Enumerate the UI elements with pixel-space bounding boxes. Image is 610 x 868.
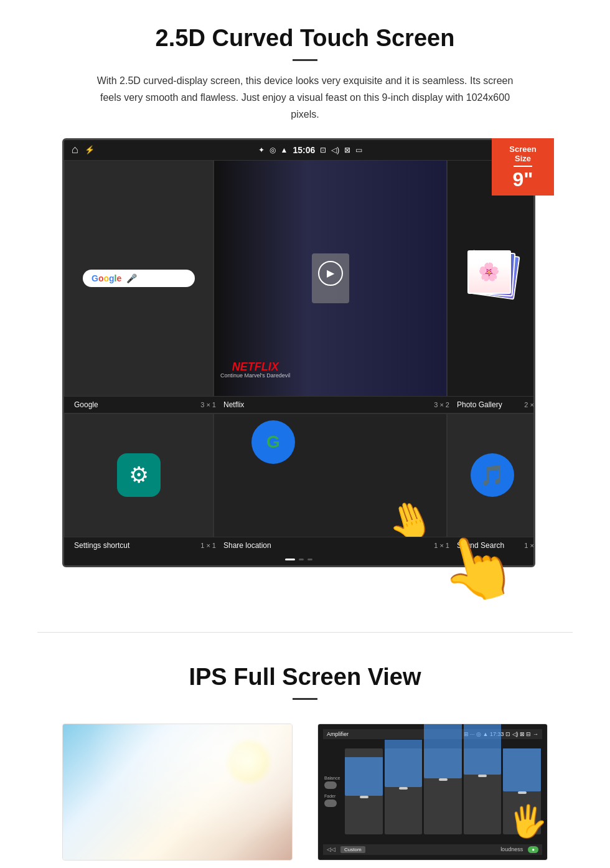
loudness-toggle[interactable]: ● — [528, 846, 538, 853]
sound-app-size: 1 × 1 — [524, 542, 535, 549]
google-label: Google 3 × 1 — [70, 400, 220, 409]
app-grid-row2: ⚙ G 🤚 🎵 — [64, 413, 533, 537]
google-app-name: Google — [74, 400, 98, 409]
app-labels-row1: Google 3 × 1 Netflix 3 × 2 Photo Gallery… — [64, 397, 533, 413]
settings-app-size: 1 × 1 — [200, 542, 216, 549]
amplifier-visual: Amplifier ⊞ ··· ◎ ▲ 17:33 ⊡ ◁) ⊠ ⊟ → Bal… — [318, 724, 547, 860]
settings-tile[interactable]: ⚙ — [64, 413, 214, 537]
settings-label: Settings shortcut 1 × 1 — [70, 541, 220, 550]
hand-gesture-icon: 🤚 — [381, 492, 440, 537]
netflix-tile[interactable]: ▶ NETFLIX Continue Marvel's Daredevil — [214, 160, 447, 397]
netflix-subtitle: Continue Marvel's Daredevil — [220, 372, 290, 379]
android-screen: ⌂ ⚡ ✦ ◎ ▲ 15:06 ⊡ ◁) ⊠ ▭ — [62, 138, 535, 567]
section-curved-touch: 2.5D Curved Touch Screen With 2.5D curve… — [0, 0, 610, 582]
status-bar-left: ⌂ ⚡ — [72, 143, 95, 156]
play-button[interactable]: ▶ — [318, 261, 343, 286]
google-logo: Google — [92, 273, 121, 283]
bluetooth-icon: ✦ — [258, 146, 265, 154]
usb-icon: ⚡ — [85, 145, 95, 154]
location-icon: ◎ — [270, 146, 276, 154]
photo-app-name: Photo Gallery — [457, 400, 502, 409]
photo-card-front: 🌸 — [467, 250, 511, 294]
app-grid-row1: Google 🎤 ▶ NETFLIX Continue — [64, 160, 533, 397]
share-location-label: Share location 1 × 1 — [220, 541, 453, 550]
amplifier-image: Amplifier ⊞ ··· ◎ ▲ 17:33 ⊡ ◁) ⊠ ⊟ → Bal… — [317, 724, 548, 861]
google-maps-icon: G — [251, 420, 295, 464]
amp-fader-label: Fader — [324, 794, 340, 798]
share-app-name: Share location — [223, 541, 271, 550]
x-icon: ⊠ — [344, 146, 350, 154]
device-wrapper: Screen Size 9" ⌂ ⚡ ✦ ◎ ▲ 15:06 ⊡ ◁) ⊠ — [62, 138, 548, 567]
volume-icon: ◁) — [331, 146, 339, 154]
section1-title: 2.5D Curved Touch Screen — [37, 25, 573, 52]
photo-stack: 🌸 — [464, 250, 520, 306]
amp-prev-icon: ◁◁ — [327, 846, 336, 852]
amp-footer: ◁◁ Custom loudness ● — [323, 844, 542, 855]
feature-sunlight: No light reflecting under 360° direct su… — [62, 724, 293, 868]
sunlight-image — [62, 724, 293, 861]
section-divider — [37, 632, 573, 633]
home-icon[interactable]: ⌂ — [72, 143, 78, 156]
amp-title: Amplifier — [327, 731, 349, 737]
status-bar: ⌂ ⚡ ✦ ◎ ▲ 15:06 ⊡ ◁) ⊠ ▭ — [64, 140, 533, 160]
maps-g-icon: G — [266, 432, 280, 452]
camera-icon: ⊡ — [320, 146, 326, 154]
feature-grid: No light reflecting under 360° direct su… — [37, 711, 573, 868]
music-note-icon: 🎵 — [480, 463, 505, 487]
loudness-label: loudness — [500, 846, 523, 852]
wifi-icon: ▲ — [281, 146, 288, 154]
photo-gallery-tile[interactable]: 🌸 — [447, 160, 535, 397]
gear-icon: ⚙ — [129, 462, 149, 488]
section2-title: IPS Full Screen View — [37, 664, 573, 691]
feature-amplifier: Amplifier ⊞ ··· ◎ ▲ 17:33 ⊡ ◁) ⊠ ⊟ → Bal… — [317, 724, 548, 868]
amp-balance-label: Balance — [324, 776, 340, 780]
music-icon-wrapper: 🎵 — [471, 453, 514, 497]
netflix-label-row: Netflix 3 × 2 — [220, 400, 453, 409]
amp-balance-control[interactable] — [324, 781, 337, 789]
screen-size-badge: Screen Size 9" — [492, 138, 554, 196]
netflix-label: NETFLIX Continue Marvel's Daredevil — [220, 361, 290, 379]
microphone-icon: 🎤 — [126, 273, 137, 283]
photo-gallery-label: Photo Gallery 2 × 2 — [453, 400, 535, 409]
google-tile[interactable]: Google 🎤 — [64, 160, 214, 397]
badge-title: Screen Size — [500, 144, 545, 163]
google-search-bar[interactable]: Google 🎤 — [83, 270, 195, 287]
photo-app-size: 2 × 2 — [524, 401, 535, 408]
settings-icon-wrapper: ⚙ — [117, 453, 161, 497]
netflix-app-name: Netflix — [223, 400, 244, 409]
section2-title-divider — [293, 698, 317, 700]
custom-button[interactable]: Custom — [340, 846, 365, 853]
badge-size: 9" — [513, 168, 533, 191]
pagination-dot-2[interactable] — [307, 559, 312, 560]
netflix-logo: NETFLIX — [220, 361, 290, 372]
window-icon: ▭ — [355, 146, 362, 154]
pagination-dot-1[interactable] — [299, 559, 304, 560]
badge-divider — [514, 166, 532, 167]
sunlight-visual — [63, 724, 292, 860]
status-bar-center: ✦ ◎ ▲ 15:06 ⊡ ◁) ⊠ ▭ — [95, 145, 526, 155]
hand-touch-icon: 🖐 — [509, 803, 547, 839]
netflix-app-size: 3 × 2 — [434, 401, 449, 408]
section1-description: With 2.5D curved-display screen, this de… — [93, 72, 517, 123]
title-divider — [293, 59, 317, 61]
sound-search-tile[interactable]: 🎵 — [447, 413, 535, 537]
pagination-dot-active[interactable] — [285, 559, 295, 560]
amp-fader-control[interactable] — [324, 800, 337, 807]
status-time: 15:06 — [293, 145, 315, 155]
google-app-size: 3 × 1 — [200, 401, 216, 408]
settings-app-name: Settings shortcut — [74, 541, 129, 550]
section-ips-view: IPS Full Screen View No light reflecting… — [0, 651, 610, 868]
share-location-tile[interactable]: G 🤚 — [214, 413, 447, 537]
flower-icon: 🌸 — [478, 262, 500, 282]
